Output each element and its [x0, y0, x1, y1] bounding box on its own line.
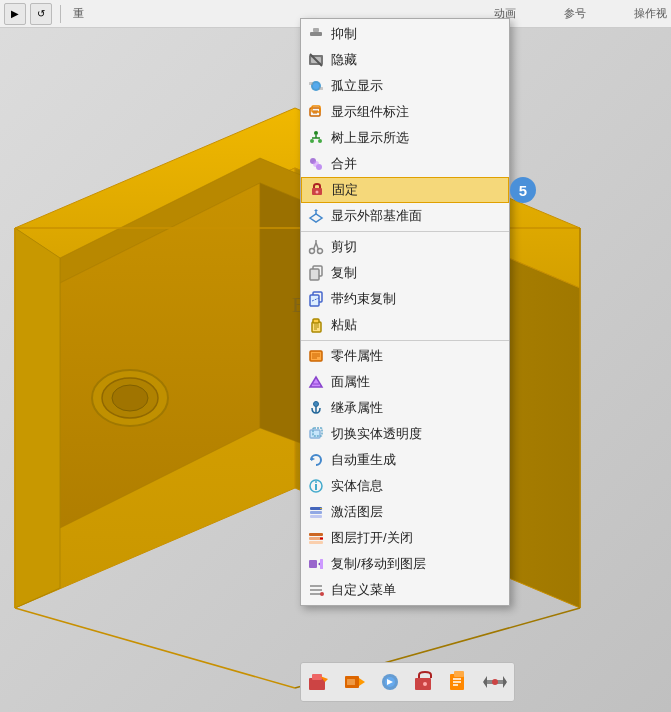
step-badge: 5 — [510, 177, 536, 203]
menu-item-external-plane[interactable]: 显示外部基准面 — [301, 203, 509, 229]
menu-item-inherit-attr[interactable]: 继承属性 — [301, 395, 509, 421]
svg-rect-86 — [320, 559, 323, 569]
divider-2 — [301, 340, 509, 341]
svg-rect-28 — [319, 87, 323, 90]
svg-rect-77 — [310, 511, 322, 514]
move-layer-icon — [307, 555, 325, 573]
tree-select-icon — [307, 129, 325, 147]
component-note-icon — [307, 103, 325, 121]
part-attr-icon — [307, 347, 325, 365]
svg-rect-58 — [313, 319, 319, 323]
menu-item-isolate[interactable]: 孤立显示 — [301, 73, 509, 99]
bottom-icon-3[interactable] — [374, 666, 406, 698]
svg-point-41 — [313, 161, 319, 167]
isolate-icon — [307, 77, 325, 95]
menu-label-face-attr: 面属性 — [331, 373, 501, 391]
menu-label-hide: 隐藏 — [331, 51, 501, 69]
menu-item-hide[interactable]: 隐藏 — [301, 47, 509, 73]
svg-marker-46 — [314, 209, 318, 211]
svg-point-101 — [423, 682, 427, 686]
face-attr-icon — [307, 373, 325, 391]
svg-rect-53 — [310, 269, 319, 280]
toolbar-btn-2[interactable]: ↺ — [30, 3, 52, 25]
menu-label-part-attr: 零件属性 — [331, 347, 501, 365]
merge-icon — [307, 155, 325, 173]
svg-point-110 — [492, 679, 498, 685]
context-menu: 抑制 隐藏 孤立显示 — [300, 18, 510, 606]
menu-label-merge: 合并 — [331, 155, 501, 173]
menu-item-cut[interactable]: 剪切 — [301, 234, 509, 260]
custom-menu-icon — [307, 581, 325, 599]
inherit-attr-icon — [307, 399, 325, 417]
svg-marker-44 — [310, 214, 322, 222]
layer-toggle-icon — [307, 529, 325, 547]
bottom-icon-6[interactable] — [479, 666, 511, 698]
svg-rect-84 — [309, 560, 317, 568]
menu-label-suppress: 抑制 — [331, 25, 501, 43]
bottom-toolbar — [300, 662, 515, 702]
svg-rect-55 — [310, 295, 319, 306]
svg-marker-108 — [483, 676, 487, 688]
activate-layer-icon — [307, 503, 325, 521]
svg-rect-103 — [454, 671, 464, 677]
menu-item-custom-menu[interactable]: 自定义菜单 — [301, 577, 509, 603]
menu-item-fix[interactable]: 固定 5 — [301, 177, 509, 203]
svg-marker-95 — [359, 678, 365, 686]
toggle-transparent-icon — [307, 425, 325, 443]
menu-item-solid-info[interactable]: 实体信息 — [301, 473, 509, 499]
bottom-icon-5[interactable] — [444, 666, 476, 698]
svg-marker-109 — [503, 676, 507, 688]
svg-point-90 — [320, 592, 324, 596]
cut-icon — [307, 238, 325, 256]
svg-line-50 — [316, 243, 319, 250]
divider-1 — [301, 231, 509, 232]
menu-label-paste: 粘贴 — [331, 316, 501, 334]
menu-item-auto-regen[interactable]: 自动重生成 — [301, 447, 509, 473]
bottom-icon-2[interactable] — [339, 666, 371, 698]
suppress-icon — [307, 25, 325, 43]
svg-rect-27 — [309, 82, 313, 85]
svg-point-33 — [314, 131, 318, 135]
svg-point-10 — [112, 385, 148, 411]
svg-point-68 — [314, 402, 319, 407]
bottom-icon-1[interactable] — [304, 666, 336, 698]
menu-item-tree-select[interactable]: 树上显示所选 — [301, 125, 509, 151]
svg-point-43 — [316, 191, 319, 194]
menu-label-move-layer: 复制/移动到图层 — [331, 555, 501, 573]
menu-label-custom-menu: 自定义菜单 — [331, 581, 501, 599]
menu-item-face-attr[interactable]: 面属性 — [301, 369, 509, 395]
svg-rect-82 — [309, 541, 323, 544]
menu-item-move-layer[interactable]: 复制/移动到图层 — [301, 551, 509, 577]
menu-item-part-attr[interactable]: 零件属性 — [301, 343, 509, 369]
svg-point-38 — [318, 139, 322, 143]
menu-label-component-note: 显示组件标注 — [331, 103, 501, 121]
menu-item-layer-toggle[interactable]: 图层打开/关闭 — [301, 525, 509, 551]
menu-item-toggle-transparent[interactable]: 切换实体透明度 — [301, 421, 509, 447]
menu-label-toggle-transparent: 切换实体透明度 — [331, 425, 501, 443]
svg-rect-21 — [313, 28, 319, 32]
fix-icon — [308, 181, 326, 199]
menu-item-activate-layer[interactable]: 激活图层 — [301, 499, 509, 525]
bottom-icon-4[interactable] — [409, 666, 441, 698]
menu-label-auto-regen: 自动重生成 — [331, 451, 501, 469]
paste-icon — [307, 316, 325, 334]
svg-point-37 — [310, 139, 314, 143]
svg-marker-7 — [15, 228, 60, 608]
solid-info-icon — [307, 477, 325, 495]
menu-label-constrained-copy: 带约束复制 — [331, 290, 501, 308]
menu-item-copy[interactable]: 复制 — [301, 260, 509, 286]
svg-rect-70 — [310, 430, 320, 438]
menu-item-suppress[interactable]: 抑制 — [301, 21, 509, 47]
menu-item-merge[interactable]: 合并 — [301, 151, 509, 177]
menu-label-layer-toggle: 图层打开/关闭 — [331, 529, 501, 547]
menu-item-component-note[interactable]: 显示组件标注 — [301, 99, 509, 125]
menu-item-constrained-copy[interactable]: 带约束复制 — [301, 286, 509, 312]
svg-rect-80 — [309, 533, 323, 536]
3d-viewport: ▶ ↺ 重 动画 参号 操作视 — [0, 0, 671, 712]
toolbar-btn-1[interactable]: ▶ — [4, 3, 26, 25]
svg-rect-78 — [310, 515, 322, 518]
copy-icon — [307, 264, 325, 282]
svg-rect-92 — [312, 674, 322, 680]
auto-regen-icon — [307, 451, 325, 469]
menu-item-paste[interactable]: 粘贴 — [301, 312, 509, 338]
